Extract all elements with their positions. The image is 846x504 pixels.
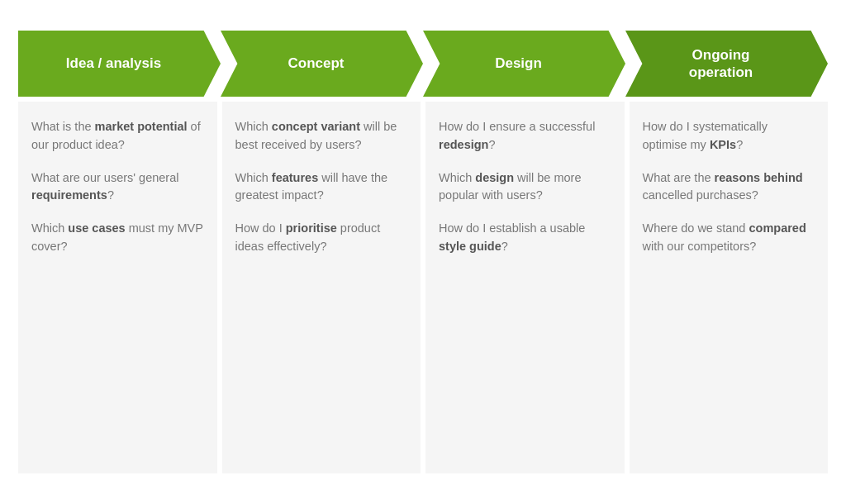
content-row: What is the market potential of our prod… xyxy=(18,102,828,473)
diagram: Idea / analysis Concept Design xyxy=(18,31,828,473)
idea-p2: What are our users' general requirements… xyxy=(31,169,204,206)
ongoing-p1: How do I systematically optimise my KPIs… xyxy=(643,118,815,155)
design-p2: Which design will be more popular with u… xyxy=(439,169,611,206)
design-p3: How do I establish a usable style guide? xyxy=(439,220,611,256)
arrow-ongoing: Ongoingoperation xyxy=(625,31,828,97)
content-idea: What is the market potential of our prod… xyxy=(18,102,217,473)
header-row: Idea / analysis Concept Design xyxy=(18,31,828,97)
concept-p1: Which concept variant will be best recei… xyxy=(235,118,408,155)
arrow-idea: Idea / analysis xyxy=(18,31,221,97)
arrow-concept: Concept xyxy=(221,31,423,97)
idea-p1: What is the market potential of our prod… xyxy=(31,118,204,155)
arrow-concept-label: Concept xyxy=(280,55,364,72)
arrow-design: Design xyxy=(423,31,625,97)
idea-p3: Which use cases must my MVP cover? xyxy=(31,220,204,256)
content-concept: Which concept variant will be best recei… xyxy=(222,102,421,473)
arrow-idea-label: Idea / analysis xyxy=(58,55,181,72)
content-design: How do I ensure a successful redesign? W… xyxy=(425,102,625,473)
arrow-design-label: Design xyxy=(487,55,562,72)
concept-p3: How do I prioritise product ideas effect… xyxy=(235,220,408,256)
content-ongoing: How do I systematically optimise my KPIs… xyxy=(630,102,829,473)
ongoing-p3: Where do we stand compared with our comp… xyxy=(643,220,815,256)
concept-p2: Which features will have the greatest im… xyxy=(235,169,408,206)
arrow-ongoing-label: Ongoingoperation xyxy=(681,46,772,82)
ongoing-p2: What are the reasons behind cancelled pu… xyxy=(643,169,815,206)
design-p1: How do I ensure a successful redesign? xyxy=(439,118,611,155)
